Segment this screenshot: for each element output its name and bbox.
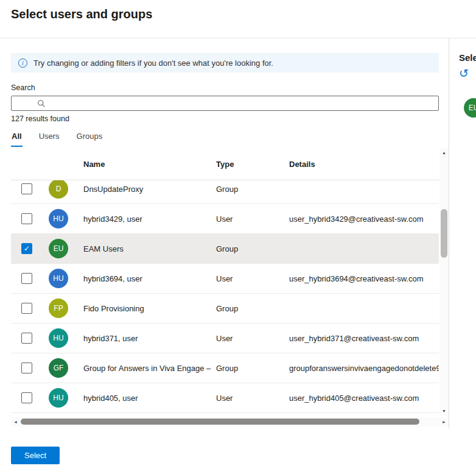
table-row[interactable]: D DnsUpdateProxy Group <box>11 180 439 204</box>
tab-groups[interactable]: Groups <box>76 129 103 147</box>
scroll-left-icon[interactable]: ◄ <box>11 417 20 426</box>
row-checkbox-checked[interactable]: ✓ <box>21 243 32 254</box>
table-row[interactable]: FP Fido Provisioning Group <box>11 294 439 324</box>
row-details: user_hybrid3429@creativeast-sw.com <box>289 214 439 224</box>
search-input[interactable] <box>46 96 438 110</box>
info-icon: i <box>18 58 27 68</box>
table-row[interactable]: HU hybrid3429, user User user_hybrid3429… <box>11 204 439 234</box>
vertical-scrollbar[interactable]: ▲ ▼ <box>439 148 449 416</box>
row-name: hybrid3429, user <box>83 214 216 224</box>
row-details: user_hybrid3694@creativeast-sw.com <box>289 274 439 283</box>
row-checkbox[interactable] <box>21 213 32 224</box>
checkmark-icon: ✓ <box>24 245 30 252</box>
selected-panel-title: Selected items <box>459 52 476 63</box>
scroll-up-icon[interactable]: ▲ <box>439 148 449 157</box>
scroll-down-icon[interactable]: ▼ <box>439 406 449 416</box>
page-title: Select users and groups <box>11 7 465 21</box>
row-type: User <box>216 334 289 343</box>
avatar: HU <box>49 388 68 408</box>
avatar: D <box>49 180 68 199</box>
table-header: Name Type Details <box>11 148 449 180</box>
info-banner-text: Try changing or adding filters if you do… <box>33 58 273 68</box>
table-row[interactable]: HU hybrid371, user User user_hybrid371@c… <box>11 324 439 353</box>
table-row[interactable]: HU hybrid405, user User user_hybrid405@c… <box>11 383 439 413</box>
row-name: Fido Provisioning <box>83 304 216 313</box>
avatar: HU <box>49 209 68 228</box>
row-type: Group <box>216 185 289 194</box>
row-name: Group for Answers in Viva Engage – <box>83 364 216 373</box>
tab-all[interactable]: All <box>11 129 23 147</box>
horizontal-scrollbar-thumb[interactable] <box>21 419 419 425</box>
footer: Select <box>0 428 476 464</box>
row-checkbox[interactable] <box>21 333 32 344</box>
avatar: FP <box>49 299 68 318</box>
row-checkbox[interactable] <box>21 183 32 194</box>
row-details: user_hybrid371@creativeast-sw.com <box>289 334 439 343</box>
results-count: 127 results found <box>11 115 449 123</box>
results-table: Name Type Details D DnsUpdateProxy Group… <box>11 148 449 416</box>
table-row[interactable]: GF Group for Answers in Viva Engage – Gr… <box>11 353 439 383</box>
row-checkbox[interactable] <box>21 273 32 284</box>
tabs: All Users Groups <box>11 129 449 147</box>
row-checkbox[interactable] <box>21 392 32 403</box>
row-name: hybrid371, user <box>83 334 216 343</box>
content: i Try changing or adding filters if you … <box>0 38 476 428</box>
page-header: Select users and groups <box>0 0 476 38</box>
column-header-type: Type <box>216 160 289 169</box>
column-header-details: Details <box>289 160 449 169</box>
picker-pane: i Try changing or adding filters if you … <box>0 38 449 428</box>
row-type: Group <box>216 244 289 253</box>
row-type: User <box>216 274 289 283</box>
avatar: HU <box>49 269 68 288</box>
row-name: DnsUpdateProxy <box>83 185 216 194</box>
row-type: User <box>216 214 289 224</box>
scroll-right-icon[interactable]: ► <box>439 417 449 426</box>
selected-item-avatar: EU <box>464 98 476 118</box>
row-name: hybrid3694, user <box>83 274 216 283</box>
table-row[interactable]: HU hybrid3694, user User user_hybrid3694… <box>11 264 439 294</box>
select-button[interactable]: Select <box>11 447 60 464</box>
row-checkbox[interactable] <box>21 303 32 314</box>
tab-users[interactable]: Users <box>38 129 60 147</box>
search-label: Search <box>11 83 449 92</box>
avatar: GF <box>49 358 68 378</box>
row-name: EAM Users <box>83 244 216 253</box>
avatar: HU <box>49 328 68 348</box>
row-details: user_hybrid405@creativeast-sw.com <box>289 394 439 403</box>
row-details: groupforanswersinvivaengagedonotdelete9 <box>289 364 439 373</box>
vertical-scrollbar-thumb[interactable] <box>441 209 447 258</box>
table-rows: D DnsUpdateProxy Group HU hybrid3429, us… <box>11 180 439 416</box>
search-box[interactable] <box>11 96 439 111</box>
row-type: User <box>216 394 289 403</box>
row-type: Group <box>216 304 289 313</box>
info-banner: i Try changing or adding filters if you … <box>11 53 439 73</box>
row-name: hybrid405, user <box>83 394 216 403</box>
column-header-name: Name <box>83 160 216 169</box>
search-icon <box>37 99 46 108</box>
row-checkbox[interactable] <box>21 363 32 373</box>
horizontal-scrollbar[interactable]: ◄ ► <box>11 417 449 426</box>
undo-icon[interactable]: ↺ <box>459 68 471 79</box>
table-row-selected[interactable]: ✓ EU EAM Users Group <box>11 234 439 264</box>
row-type: Group <box>216 364 289 373</box>
selected-panel: Selected items ↺ EU <box>449 38 476 428</box>
avatar: EU <box>49 239 68 258</box>
